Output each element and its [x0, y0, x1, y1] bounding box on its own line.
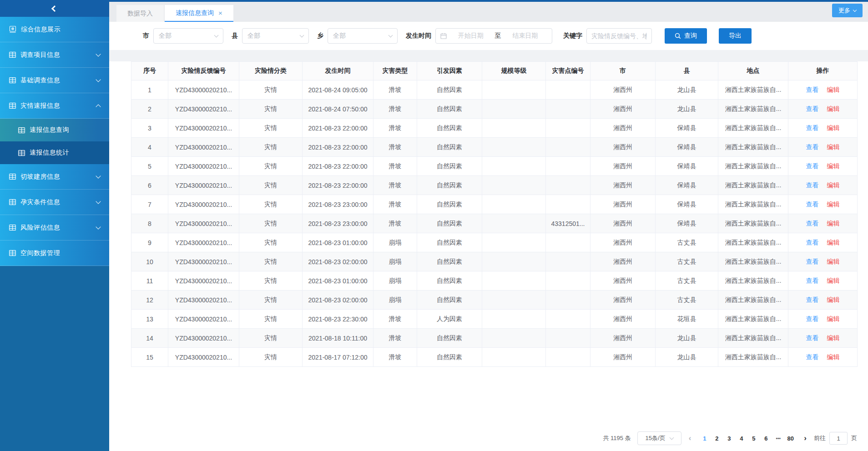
table-cell: YZD43000020210... [168, 310, 239, 329]
view-link[interactable]: 查看 [806, 334, 819, 341]
chevron-down-icon [389, 33, 393, 38]
view-link[interactable]: 查看 [806, 105, 819, 112]
view-link[interactable]: 查看 [806, 239, 819, 246]
sidebar-item-1[interactable]: 调查项目信息 [0, 42, 109, 68]
table-cell: 保靖县 [656, 195, 718, 214]
actions-cell: 查看编辑 [788, 100, 858, 119]
table-cell: 43312501... [546, 214, 590, 233]
sidebar-item-5[interactable]: 速报信息统计 [0, 141, 109, 164]
table-cell: 2021-08-17 07:12:00 [303, 348, 373, 367]
table-cell: 湘西土家族苗族自... [718, 233, 788, 252]
edit-link[interactable]: 编辑 [827, 239, 840, 246]
edit-link[interactable]: 编辑 [827, 334, 840, 341]
page-number-5[interactable]: 5 [747, 435, 760, 442]
tab-report-query[interactable]: 速报信息查询 × [165, 5, 233, 22]
table-cell: 2021-08-18 10:11:00 [303, 329, 373, 348]
more-button[interactable]: 更多 [832, 4, 863, 17]
column-header: 灾害点编号 [546, 62, 590, 80]
pagination-more[interactable]: ••• [772, 436, 784, 441]
edit-link[interactable]: 编辑 [827, 105, 840, 112]
search-button-label: 查询 [684, 32, 697, 40]
page-number-2[interactable]: 2 [711, 435, 723, 442]
edit-link[interactable]: 编辑 [827, 124, 840, 131]
edit-link[interactable]: 编辑 [827, 181, 840, 189]
next-page-button[interactable]: › [803, 434, 807, 443]
actions-cell: 查看编辑 [788, 310, 858, 329]
total-count: 共 1195 条 [603, 434, 631, 442]
city-select[interactable]: 全部 [153, 28, 223, 44]
actions-cell: 查看编辑 [788, 157, 858, 176]
table-cell [546, 176, 590, 195]
view-link[interactable]: 查看 [806, 200, 819, 208]
tab-data-import[interactable]: 数据导入 [116, 5, 164, 22]
edit-link[interactable]: 编辑 [827, 315, 840, 322]
view-link[interactable]: 查看 [806, 143, 819, 150]
sidebar-item-3[interactable]: 灾情速报信息 [0, 93, 109, 119]
edit-link[interactable]: 编辑 [827, 162, 840, 170]
table-row: 11YZD43000020210...灾情2021-08-23 01:00:00… [131, 271, 858, 291]
table-icon [9, 103, 16, 109]
table-cell: 湘西土家族苗族自... [718, 329, 788, 348]
view-link[interactable]: 查看 [806, 258, 819, 265]
view-link[interactable]: 查看 [806, 220, 819, 227]
sidebar-item-label: 空间数据管理 [20, 249, 100, 257]
sidebar-item-9[interactable]: 空间数据管理 [0, 241, 109, 266]
table-cell: 湘西州 [590, 80, 656, 100]
prev-page-button[interactable]: ‹ [688, 434, 692, 443]
table-cell: 湘西土家族苗族自... [718, 252, 788, 271]
date-range-picker[interactable]: 开始日期 至 结束日期 [435, 28, 552, 44]
view-link[interactable]: 查看 [806, 86, 819, 93]
sidebar-item-4[interactable]: 速报信息查询 [0, 119, 109, 141]
book-gear-icon [9, 26, 16, 33]
edit-link[interactable]: 编辑 [827, 277, 840, 284]
table-cell: 灾情 [239, 195, 303, 214]
table-cell: 湘西州 [590, 271, 656, 291]
table-cell: 滑坡 [373, 157, 417, 176]
sidebar-item-label: 风险评估信息 [20, 224, 96, 232]
view-link[interactable]: 查看 [806, 181, 819, 189]
edit-link[interactable]: 编辑 [827, 86, 840, 93]
view-link[interactable]: 查看 [806, 277, 819, 284]
table-cell [482, 176, 546, 195]
section-divider [109, 50, 868, 61]
page-number-1[interactable]: 1 [698, 435, 711, 442]
page-number-4[interactable]: 4 [735, 435, 747, 442]
actions-cell: 查看编辑 [788, 214, 858, 233]
county-select[interactable]: 全部 [242, 28, 309, 44]
chevron-left-icon [51, 5, 58, 11]
sidebar-item-0[interactable]: 综合信息展示 [0, 17, 109, 42]
search-button[interactable]: 查询 [665, 28, 707, 44]
edit-link[interactable]: 编辑 [827, 258, 840, 265]
column-header: 灾险情分类 [239, 62, 303, 80]
keyword-filter-label: 关键字 [563, 32, 582, 40]
page-size-select[interactable]: 15条/页 [637, 431, 681, 445]
page-number-6[interactable]: 6 [760, 435, 772, 442]
edit-link[interactable]: 编辑 [827, 353, 840, 361]
sidebar-collapse-button[interactable] [0, 0, 109, 17]
filter-bar: 市 全部 县 全部 乡 全部 发生时间 [109, 22, 868, 50]
page-number-80[interactable]: 80 [784, 435, 797, 442]
edit-link[interactable]: 编辑 [827, 220, 840, 227]
sidebar-item-6[interactable]: 切坡建房信息 [0, 164, 109, 190]
page-number-3[interactable]: 3 [723, 435, 735, 442]
start-date-placeholder[interactable]: 开始日期 [449, 32, 493, 40]
township-select[interactable]: 全部 [328, 28, 398, 44]
end-date-placeholder[interactable]: 结束日期 [503, 32, 548, 40]
sidebar-item-7[interactable]: 孕灾条件信息 [0, 190, 109, 215]
table-cell: 保靖县 [656, 176, 718, 195]
view-link[interactable]: 查看 [806, 162, 819, 170]
goto-page-input[interactable] [829, 432, 848, 445]
sidebar-item-8[interactable]: 风险评估信息 [0, 215, 109, 241]
view-link[interactable]: 查看 [806, 315, 819, 322]
sidebar-item-2[interactable]: 基础调查信息 [0, 68, 109, 93]
edit-link[interactable]: 编辑 [827, 296, 840, 303]
edit-link[interactable]: 编辑 [827, 143, 840, 150]
sidebar-item-label: 调查项目信息 [20, 51, 96, 59]
view-link[interactable]: 查看 [806, 296, 819, 303]
edit-link[interactable]: 编辑 [827, 200, 840, 208]
close-icon[interactable]: × [218, 10, 222, 16]
export-button[interactable]: 导出 [719, 28, 752, 44]
keyword-input[interactable] [586, 28, 652, 44]
view-link[interactable]: 查看 [806, 353, 819, 361]
view-link[interactable]: 查看 [806, 124, 819, 131]
